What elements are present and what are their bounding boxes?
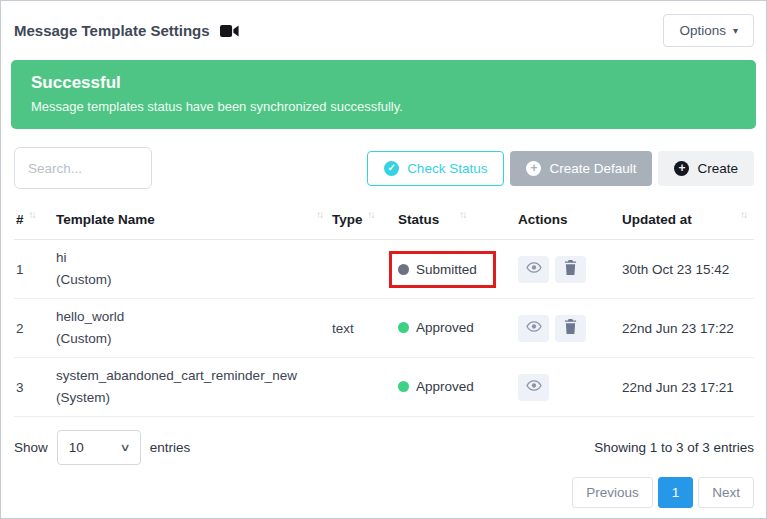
sort-icon: ↑↓ — [368, 209, 374, 220]
previous-page-button[interactable]: Previous — [572, 477, 653, 508]
view-button[interactable] — [518, 256, 549, 283]
highlight-box: Submitted — [389, 251, 496, 288]
page-title: Message Template Settings — [14, 22, 210, 39]
eye-icon — [526, 379, 542, 395]
table-header-row: #↑↓ Template Name↑↓ Type↑↓ Status↑↓ Acti… — [14, 199, 754, 240]
template-name-cell: system_abandoned_cart_reminder_new (Syst… — [54, 358, 330, 417]
template-category: (Custom) — [56, 328, 322, 350]
actions-cell — [516, 240, 620, 299]
caret-down-icon: ▾ — [733, 26, 738, 36]
status-badge: Approved — [398, 379, 474, 394]
template-name: hi — [56, 247, 322, 269]
page-header: Message Template Settings Options ▾ — [1, 1, 766, 56]
trash-icon — [564, 319, 577, 337]
template-type — [330, 240, 396, 299]
column-header-updated-at[interactable]: Updated at↑↓ — [620, 199, 754, 240]
eye-icon — [526, 261, 542, 277]
show-label: Show — [14, 440, 48, 455]
column-header-actions: Actions — [516, 199, 620, 240]
column-header-index[interactable]: #↑↓ — [14, 199, 54, 240]
trash-icon — [564, 260, 577, 278]
template-name-cell: hi (Custom) — [54, 240, 330, 299]
updated-at: 22nd Jun 23 17:21 — [620, 358, 754, 417]
table-row: 1 hi (Custom) Submitted — [14, 240, 754, 299]
sort-icon: ↑↓ — [316, 209, 322, 220]
sort-icon: ↑↓ — [740, 209, 746, 220]
row-index: 3 — [14, 358, 54, 417]
pagination: Previous 1 Next — [1, 465, 766, 508]
options-button[interactable]: Options ▾ — [663, 14, 754, 47]
row-index: 1 — [14, 240, 54, 299]
page-size-value: 10 — [69, 440, 84, 455]
templates-table: #↑↓ Template Name↑↓ Type↑↓ Status↑↓ Acti… — [1, 199, 766, 417]
options-button-label: Options — [679, 23, 726, 38]
status-label: Approved — [416, 320, 474, 335]
delete-button[interactable] — [555, 256, 586, 283]
check-status-button[interactable]: ✓ Check Status — [367, 151, 504, 186]
status-dot-icon — [398, 264, 409, 275]
column-header-type[interactable]: Type↑↓ — [330, 199, 396, 240]
updated-at: 30th Oct 23 15:42 — [620, 240, 754, 299]
message-template-settings-page: Message Template Settings Options ▾ Succ… — [0, 0, 767, 519]
table-row: 3 system_abandoned_cart_reminder_new (Sy… — [14, 358, 754, 417]
entries-summary: Showing 1 to 3 of 3 entries — [594, 440, 754, 455]
status-badge: Submitted — [398, 262, 477, 277]
template-type — [330, 358, 396, 417]
updated-at: 22nd Jun 23 17:22 — [620, 299, 754, 358]
search-input[interactable] — [14, 147, 152, 189]
status-label: Submitted — [416, 262, 477, 277]
page-size-select[interactable]: 10 ∨ — [57, 430, 141, 465]
view-button[interactable] — [518, 374, 549, 401]
view-button[interactable] — [518, 315, 549, 342]
check-status-label: Check Status — [407, 161, 487, 176]
table-row: 2 hello_world (Custom) text Approved — [14, 299, 754, 358]
create-default-button[interactable]: + Create Default — [510, 151, 652, 186]
check-circle-icon: ✓ — [384, 161, 399, 176]
column-header-status[interactable]: Status↑↓ — [396, 199, 516, 240]
status-dot-icon — [398, 381, 409, 392]
table-controls: ✓ Check Status + Create Default + Create — [1, 141, 766, 199]
actions-cell — [516, 358, 620, 417]
template-name: hello_world — [56, 306, 322, 328]
video-camera-icon — [220, 24, 239, 38]
template-category: (System) — [56, 387, 322, 409]
plus-circle-icon: + — [526, 161, 541, 176]
status-dot-icon — [398, 322, 409, 333]
actions-cell — [516, 299, 620, 358]
column-header-template-name[interactable]: Template Name↑↓ — [54, 199, 330, 240]
status-cell: Submitted — [396, 240, 516, 299]
page-size-control: Show 10 ∨ entries — [14, 430, 190, 465]
sort-icon: ↑↓ — [459, 209, 465, 220]
status-badge: Approved — [398, 320, 474, 335]
create-label: Create — [697, 161, 738, 176]
success-alert: Successful Message templates status have… — [11, 60, 756, 129]
next-page-button[interactable]: Next — [698, 477, 754, 508]
create-default-label: Create Default — [549, 161, 636, 176]
status-cell: Approved — [396, 358, 516, 417]
sort-icon: ↑↓ — [29, 209, 35, 220]
delete-button[interactable] — [555, 315, 586, 342]
template-name-cell: hello_world (Custom) — [54, 299, 330, 358]
alert-title: Successful — [31, 73, 736, 93]
row-index: 2 — [14, 299, 54, 358]
template-category: (Custom) — [56, 269, 322, 291]
table-footer: Show 10 ∨ entries Showing 1 to 3 of 3 en… — [1, 417, 766, 465]
template-type: text — [330, 299, 396, 358]
entries-label: entries — [150, 440, 191, 455]
chevron-down-icon: ∨ — [119, 441, 130, 454]
plus-circle-icon: + — [674, 161, 689, 176]
eye-icon — [526, 320, 542, 336]
alert-message: Message templates status have been synch… — [31, 99, 736, 114]
create-button[interactable]: + Create — [658, 151, 754, 186]
page-number-button[interactable]: 1 — [658, 477, 694, 508]
status-label: Approved — [416, 379, 474, 394]
status-cell: Approved — [396, 299, 516, 358]
template-name: system_abandoned_cart_reminder_new — [56, 365, 322, 387]
